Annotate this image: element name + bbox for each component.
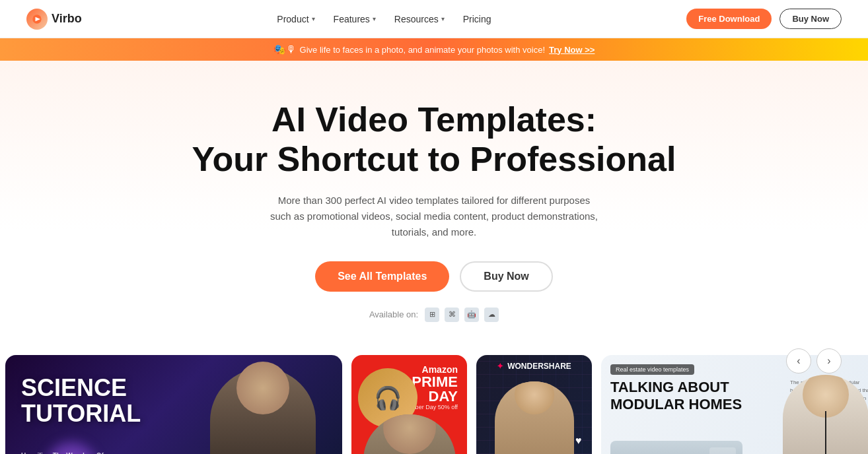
mac-icon: ⌘: [445, 308, 459, 322]
carousel-prev-button[interactable]: ‹: [786, 348, 811, 373]
re-tag: Real estate video templates: [610, 364, 694, 375]
re-title: TALKING ABOUTMODULAR HOMES: [610, 379, 742, 414]
card-prime-day[interactable]: Amazon PRIMEDAY Member Day 50% off 🎧: [351, 355, 467, 454]
announcement-cta[interactable]: Try Now >>: [549, 45, 595, 55]
tiktok-heart-icon: ♥: [575, 435, 587, 447]
re-person: [766, 362, 868, 454]
hero-title: AI Video Templates: Your Shortcut to Pro…: [137, 100, 731, 179]
logo[interactable]: Virbo: [26, 9, 82, 30]
cloud-icon: ☁: [484, 308, 499, 322]
hero-subtitle: More than 300 perfect AI video templates…: [269, 193, 599, 240]
features-chevron-icon: ▾: [373, 15, 376, 22]
nav-right: Free Download Buy Now: [686, 9, 842, 29]
logo-text: Virbo: [52, 12, 82, 26]
buy-now-hero-button[interactable]: Buy Now: [460, 261, 552, 292]
science-card-title: SCIENCETUTORIAL: [21, 375, 141, 427]
available-on-label: Available on:: [369, 309, 418, 319]
science-body-text: Unveiling The Wonders Of Science! Join U…: [21, 451, 127, 454]
available-on: Available on: ⊞ ⌘ 🤖 ☁: [13, 308, 855, 322]
card-tiktok[interactable]: ✦ WONDERSHARE Why are we building a hous…: [476, 355, 592, 454]
nav-features[interactable]: Features ▾: [334, 14, 376, 24]
carousel-track: SCIENCETUTORIAL Unveiling The Wonders Of…: [0, 355, 868, 454]
logo-icon: [26, 9, 48, 30]
announcement-bar: 🎭🎙 Give life to faces in a photo, and an…: [0, 38, 868, 61]
product-chevron-icon: ▾: [312, 15, 315, 22]
nav-product[interactable]: Product ▾: [277, 14, 314, 24]
tiktok-side-icons: ♥ 💬: [575, 435, 587, 454]
free-download-button[interactable]: Free Download: [686, 9, 772, 29]
navigation: Virbo Product ▾ Features ▾ Resources ▾ P…: [0, 0, 868, 38]
platform-icons: ⊞ ⌘ 🤖 ☁: [425, 308, 499, 322]
science-person: [184, 355, 342, 454]
announcement-emoji: 🎭🎙: [273, 44, 296, 55]
nav-resources[interactable]: Resources ▾: [394, 14, 445, 24]
carousel-next-button[interactable]: ›: [816, 348, 842, 373]
nav-pricing[interactable]: Pricing: [463, 14, 491, 24]
carousel-nav: ‹ ›: [786, 348, 842, 373]
android-icon: 🤖: [464, 308, 479, 322]
hero-section: AI Video Templates: Your Shortcut to Pro…: [0, 61, 868, 342]
re-building: [610, 441, 742, 454]
card-science-tutorial[interactable]: SCIENCETUTORIAL Unveiling The Wonders Of…: [5, 355, 342, 454]
resources-chevron-icon: ▾: [441, 15, 445, 22]
hero-buttons: See All Templates Buy Now: [13, 261, 855, 292]
see-all-templates-button[interactable]: See All Templates: [315, 261, 449, 292]
buy-now-nav-button[interactable]: Buy Now: [779, 9, 842, 29]
carousel-section: ‹ › SCIENCETUTORIAL Unveiling The Wonder…: [0, 342, 868, 454]
windows-icon: ⊞: [425, 308, 439, 322]
nav-center: Product ▾ Features ▾ Resources ▾ Pricing: [277, 14, 491, 24]
announcement-text: Give life to faces in a photo, and anima…: [300, 45, 545, 55]
tiktok-person: [495, 381, 574, 454]
